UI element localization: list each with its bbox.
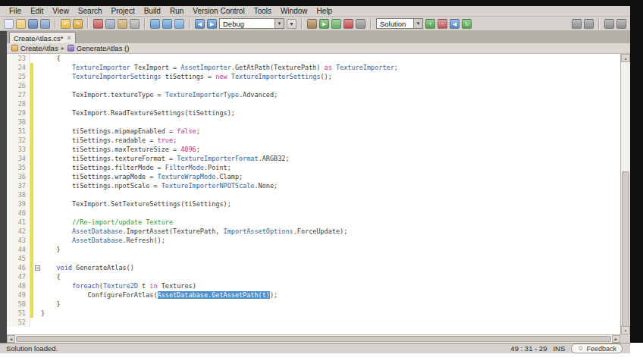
stop-icon[interactable] xyxy=(343,19,353,29)
build-icon[interactable] xyxy=(307,19,317,29)
line-number[interactable]: 41 xyxy=(7,218,30,227)
code-line[interactable]: //Re-import/update Texture xyxy=(41,218,620,227)
line-number[interactable]: 52 xyxy=(7,318,30,327)
menu-project[interactable]: Project xyxy=(107,6,140,16)
line-number[interactable]: 29 xyxy=(7,108,30,118)
add-icon[interactable]: + xyxy=(425,19,435,29)
code-line[interactable] xyxy=(41,209,620,218)
solution-scope-combo[interactable]: Solution▼ xyxy=(376,18,423,29)
menu-view[interactable]: View xyxy=(48,6,74,16)
line-number[interactable]: 48 xyxy=(7,281,30,290)
line-number[interactable]: 30 xyxy=(7,118,30,127)
run-configuration-combo[interactable]: Debug▼ xyxy=(219,18,284,29)
fullscreen-icon[interactable] xyxy=(616,19,626,29)
code-line[interactable]: TexImport.ReadTextureSettings(tiSettings… xyxy=(41,108,620,118)
code-line[interactable]: { xyxy=(41,54,620,63)
find-in-files-icon[interactable] xyxy=(174,19,184,29)
line-number[interactable]: 45 xyxy=(7,254,30,263)
code-line[interactable]: tiSettings.mipmapEnabled = false; xyxy=(41,127,620,136)
code-line[interactable] xyxy=(41,190,620,199)
line-number[interactable]: 40 xyxy=(7,209,30,218)
paste-icon[interactable] xyxy=(118,19,127,29)
code-line[interactable]: TexImport.textureType = TextureImporterT… xyxy=(41,90,620,99)
toggle-outline-icon[interactable] xyxy=(584,19,594,29)
line-number[interactable]: 24 xyxy=(7,63,30,72)
menu-run[interactable]: Run xyxy=(165,6,188,16)
menu-search[interactable]: Search xyxy=(74,6,107,16)
line-number[interactable]: 37 xyxy=(7,181,30,190)
line-number[interactable]: 38 xyxy=(7,190,30,199)
close-tab-icon[interactable]: × xyxy=(67,35,71,42)
copy-icon[interactable] xyxy=(105,19,115,29)
device-target-dropdown-icon[interactable]: ▼ xyxy=(287,19,296,29)
line-number[interactable]: 47 xyxy=(7,272,30,281)
scroll-up-icon[interactable]: ▲ xyxy=(621,54,630,62)
line-number[interactable]: 36 xyxy=(7,172,30,181)
menu-window[interactable]: Window xyxy=(276,6,312,16)
code-line[interactable]: } xyxy=(41,309,620,318)
code-line[interactable]: TextureImporter TexImport = AssetImporte… xyxy=(41,63,620,72)
undo-icon[interactable]: ↶ xyxy=(61,19,71,29)
navigate-forward-icon[interactable]: ▶ xyxy=(207,19,217,29)
code-line[interactable]: } xyxy=(41,245,620,254)
code-line[interactable] xyxy=(41,81,620,90)
vertical-scrollbar-thumb[interactable] xyxy=(622,171,629,328)
breadcrumb-class[interactable]: CreateAtlas xyxy=(11,44,58,52)
line-number[interactable]: 23 xyxy=(7,54,30,63)
code-area[interactable]: 23 {24 TextureImporter TexImport = Asset… xyxy=(7,54,620,334)
line-number[interactable]: 33 xyxy=(7,145,30,154)
code-line[interactable] xyxy=(41,118,620,127)
line-number[interactable]: 39 xyxy=(7,199,30,209)
code-line[interactable]: } xyxy=(41,300,620,309)
line-number[interactable]: 25 xyxy=(7,72,30,81)
scroll-right-icon[interactable]: ▶ xyxy=(612,335,620,343)
code-line[interactable] xyxy=(41,254,620,263)
run-icon[interactable]: ▶ xyxy=(319,19,329,29)
refresh-icon[interactable]: ↻ xyxy=(462,19,472,29)
code-line[interactable]: foreach(Texture2D t in Textures) xyxy=(41,281,620,290)
line-number[interactable]: 50 xyxy=(7,300,30,309)
line-number[interactable]: 43 xyxy=(7,236,30,245)
menu-edit[interactable]: Edit xyxy=(26,6,48,16)
feedback-button[interactable]: ☺ Feedback xyxy=(571,344,623,353)
new-file-icon[interactable] xyxy=(4,19,14,29)
code-line[interactable] xyxy=(41,318,620,327)
code-line[interactable]: { xyxy=(41,272,620,281)
code-line[interactable]: tiSettings.npotScale = TextureImporterNP… xyxy=(41,181,620,190)
remove-icon[interactable]: − xyxy=(438,19,447,29)
horizontal-scrollbar-thumb[interactable] xyxy=(16,336,611,342)
code-line[interactable]: TexImport.SetTextureSettings(tiSettings)… xyxy=(41,199,620,209)
line-number[interactable]: 31 xyxy=(7,127,30,136)
line-number[interactable]: 51 xyxy=(7,309,30,318)
pads-layout-icon[interactable] xyxy=(604,19,614,29)
line-number[interactable]: 35 xyxy=(7,163,30,172)
code-line[interactable]: ConfigureForAtlas(AssetDatabase.GetAsset… xyxy=(41,290,620,300)
code-line[interactable]: tiSettings.filterMode = FilterMode.Point… xyxy=(41,163,620,172)
line-number[interactable]: 49 xyxy=(7,290,30,300)
scroll-left-icon[interactable]: ◀ xyxy=(7,335,15,343)
line-number[interactable]: 32 xyxy=(7,136,30,145)
open-file-icon[interactable] xyxy=(16,19,26,29)
tab-createatlas[interactable]: CreateAtlas.cs* × xyxy=(9,32,76,43)
code-line[interactable]: void GenerateAtlas() xyxy=(41,263,620,272)
chevron-down-icon[interactable]: ▼ xyxy=(413,19,422,28)
line-number[interactable]: 27 xyxy=(7,90,30,99)
navigate-back-icon[interactable]: ◀ xyxy=(195,19,205,29)
cut-icon[interactable] xyxy=(93,19,103,29)
search-icon[interactable] xyxy=(150,19,160,29)
line-number[interactable]: 28 xyxy=(7,99,30,108)
toggle-fold-icon[interactable] xyxy=(572,19,582,29)
redo-icon[interactable]: ↷ xyxy=(73,19,83,29)
menu-file[interactable]: File xyxy=(5,6,26,16)
save-all-icon[interactable] xyxy=(40,19,50,29)
debug-run-icon[interactable] xyxy=(331,19,341,29)
line-number[interactable]: 44 xyxy=(7,245,30,254)
code-line[interactable]: tiSettings.maxTextureSize = 4096; xyxy=(41,145,620,154)
delete-icon[interactable] xyxy=(130,19,140,29)
previous-result-icon[interactable]: ◀ xyxy=(450,19,460,29)
code-line[interactable] xyxy=(41,99,620,108)
line-number[interactable]: 26 xyxy=(7,81,30,90)
fold-toggle[interactable] xyxy=(35,265,40,271)
menu-help[interactable]: Help xyxy=(312,6,337,16)
code-line[interactable]: tiSettings.readable = true; xyxy=(41,136,620,145)
